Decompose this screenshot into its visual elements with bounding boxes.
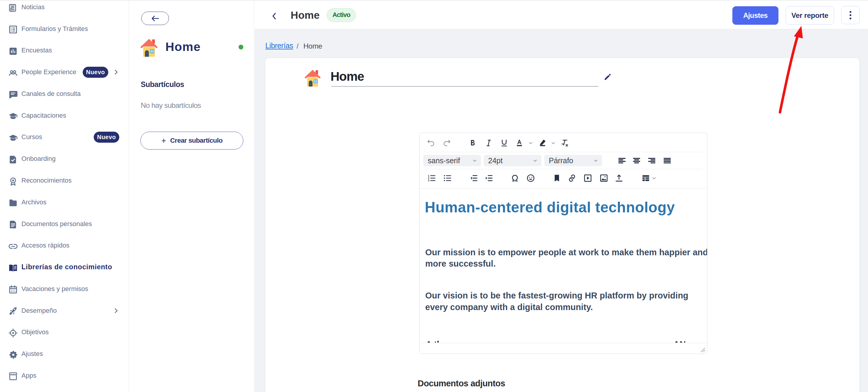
svg-text:3: 3 bbox=[428, 179, 429, 182]
